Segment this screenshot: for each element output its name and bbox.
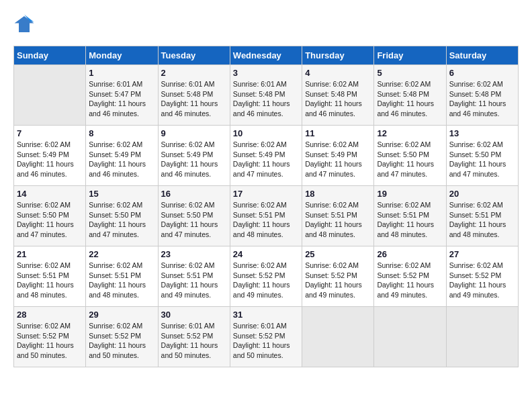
calendar-cell: 14Sunrise: 6:02 AM Sunset: 5:50 PM Dayli… bbox=[14, 186, 86, 246]
day-number: 13 bbox=[449, 128, 515, 138]
cell-info: Sunrise: 6:02 AM Sunset: 5:51 PM Dayligh… bbox=[17, 261, 83, 300]
col-header-friday: Friday bbox=[374, 46, 446, 65]
cell-info: Sunrise: 6:02 AM Sunset: 5:51 PM Dayligh… bbox=[161, 261, 227, 300]
calendar-cell: 15Sunrise: 6:02 AM Sunset: 5:50 PM Dayli… bbox=[86, 186, 158, 246]
calendar-cell: 12Sunrise: 6:02 AM Sunset: 5:50 PM Dayli… bbox=[374, 126, 446, 186]
cell-info: Sunrise: 6:02 AM Sunset: 5:49 PM Dayligh… bbox=[233, 140, 299, 179]
cell-info: Sunrise: 6:01 AM Sunset: 5:48 PM Dayligh… bbox=[233, 79, 299, 119]
calendar-cell: 1Sunrise: 6:01 AM Sunset: 5:47 PM Daylig… bbox=[86, 65, 158, 126]
day-number: 17 bbox=[233, 189, 299, 199]
col-header-sunday: Sunday bbox=[14, 46, 86, 65]
day-number: 21 bbox=[17, 249, 83, 259]
calendar-cell bbox=[302, 307, 374, 367]
day-number: 10 bbox=[233, 128, 299, 138]
col-header-saturday: Saturday bbox=[446, 46, 518, 65]
day-number: 28 bbox=[17, 310, 83, 320]
calendar-cell: 23Sunrise: 6:02 AM Sunset: 5:51 PM Dayli… bbox=[158, 246, 230, 307]
calendar-cell: 2Sunrise: 6:01 AM Sunset: 5:48 PM Daylig… bbox=[158, 65, 230, 126]
day-number: 29 bbox=[89, 310, 154, 320]
cell-info: Sunrise: 6:02 AM Sunset: 5:52 PM Dayligh… bbox=[17, 321, 83, 361]
calendar-cell bbox=[374, 307, 446, 367]
cell-info: Sunrise: 6:02 AM Sunset: 5:51 PM Dayligh… bbox=[305, 200, 371, 240]
day-number: 5 bbox=[377, 68, 443, 78]
cell-info: Sunrise: 6:01 AM Sunset: 5:52 PM Dayligh… bbox=[161, 321, 227, 361]
day-number: 20 bbox=[449, 189, 515, 199]
calendar-cell: 26Sunrise: 6:02 AM Sunset: 5:52 PM Dayli… bbox=[374, 246, 446, 307]
calendar-cell: 9Sunrise: 6:02 AM Sunset: 5:49 PM Daylig… bbox=[158, 126, 230, 186]
day-number: 19 bbox=[377, 189, 443, 199]
day-number: 31 bbox=[233, 310, 299, 320]
calendar-week-row: 7Sunrise: 6:02 AM Sunset: 5:49 PM Daylig… bbox=[14, 126, 519, 186]
cell-info: Sunrise: 6:02 AM Sunset: 5:49 PM Dayligh… bbox=[89, 140, 154, 179]
day-number: 16 bbox=[161, 189, 227, 199]
svg-marker-0 bbox=[15, 16, 34, 32]
col-header-monday: Monday bbox=[86, 46, 158, 65]
cell-info: Sunrise: 6:02 AM Sunset: 5:49 PM Dayligh… bbox=[305, 140, 371, 179]
calendar-cell: 20Sunrise: 6:02 AM Sunset: 5:51 PM Dayli… bbox=[446, 186, 518, 246]
day-number: 8 bbox=[89, 128, 154, 138]
day-number: 24 bbox=[233, 249, 299, 259]
calendar-cell: 5Sunrise: 6:02 AM Sunset: 5:48 PM Daylig… bbox=[374, 65, 446, 126]
cell-info: Sunrise: 6:02 AM Sunset: 5:51 PM Dayligh… bbox=[233, 200, 299, 240]
calendar-table: SundayMondayTuesdayWednesdayThursdayFrid… bbox=[13, 46, 519, 367]
calendar-week-row: 21Sunrise: 6:02 AM Sunset: 5:51 PM Dayli… bbox=[14, 246, 519, 307]
day-number: 3 bbox=[233, 68, 299, 78]
calendar-cell: 27Sunrise: 6:02 AM Sunset: 5:52 PM Dayli… bbox=[446, 246, 518, 307]
day-number: 25 bbox=[305, 249, 371, 259]
cell-info: Sunrise: 6:01 AM Sunset: 5:47 PM Dayligh… bbox=[89, 79, 154, 119]
calendar-cell: 7Sunrise: 6:02 AM Sunset: 5:49 PM Daylig… bbox=[14, 126, 86, 186]
calendar-cell: 16Sunrise: 6:02 AM Sunset: 5:50 PM Dayli… bbox=[158, 186, 230, 246]
day-number: 14 bbox=[17, 189, 83, 199]
calendar-cell: 28Sunrise: 6:02 AM Sunset: 5:52 PM Dayli… bbox=[14, 307, 86, 367]
cell-info: Sunrise: 6:02 AM Sunset: 5:52 PM Dayligh… bbox=[89, 321, 154, 361]
day-number: 27 bbox=[449, 249, 515, 259]
cell-info: Sunrise: 6:02 AM Sunset: 5:51 PM Dayligh… bbox=[377, 200, 443, 240]
calendar-cell: 21Sunrise: 6:02 AM Sunset: 5:51 PM Dayli… bbox=[14, 246, 86, 307]
calendar-cell: 6Sunrise: 6:02 AM Sunset: 5:48 PM Daylig… bbox=[446, 65, 518, 126]
cell-info: Sunrise: 6:02 AM Sunset: 5:52 PM Dayligh… bbox=[449, 261, 515, 300]
calendar-cell: 19Sunrise: 6:02 AM Sunset: 5:51 PM Dayli… bbox=[374, 186, 446, 246]
cell-info: Sunrise: 6:02 AM Sunset: 5:50 PM Dayligh… bbox=[161, 200, 227, 240]
cell-info: Sunrise: 6:02 AM Sunset: 5:51 PM Dayligh… bbox=[89, 261, 154, 300]
calendar-cell: 25Sunrise: 6:02 AM Sunset: 5:52 PM Dayli… bbox=[302, 246, 374, 307]
logo bbox=[13, 13, 38, 35]
calendar-cell bbox=[14, 65, 86, 126]
day-number: 12 bbox=[377, 128, 443, 138]
logo-icon bbox=[13, 13, 35, 35]
day-number: 6 bbox=[449, 68, 515, 78]
day-number: 22 bbox=[89, 249, 154, 259]
col-header-wednesday: Wednesday bbox=[230, 46, 302, 65]
day-number: 1 bbox=[89, 68, 154, 78]
page-header bbox=[13, 13, 519, 35]
calendar-cell: 18Sunrise: 6:02 AM Sunset: 5:51 PM Dayli… bbox=[302, 186, 374, 246]
calendar-header-row: SundayMondayTuesdayWednesdayThursdayFrid… bbox=[14, 46, 519, 65]
cell-info: Sunrise: 6:02 AM Sunset: 5:49 PM Dayligh… bbox=[17, 140, 83, 179]
day-number: 11 bbox=[305, 128, 371, 138]
calendar-cell: 13Sunrise: 6:02 AM Sunset: 5:50 PM Dayli… bbox=[446, 126, 518, 186]
cell-info: Sunrise: 6:02 AM Sunset: 5:48 PM Dayligh… bbox=[449, 79, 515, 119]
calendar-cell: 30Sunrise: 6:01 AM Sunset: 5:52 PM Dayli… bbox=[158, 307, 230, 367]
cell-info: Sunrise: 6:02 AM Sunset: 5:48 PM Dayligh… bbox=[377, 79, 443, 119]
day-number: 23 bbox=[161, 249, 227, 259]
calendar-cell bbox=[446, 307, 518, 367]
calendar-cell: 24Sunrise: 6:02 AM Sunset: 5:52 PM Dayli… bbox=[230, 246, 302, 307]
calendar-cell: 3Sunrise: 6:01 AM Sunset: 5:48 PM Daylig… bbox=[230, 65, 302, 126]
calendar-cell: 4Sunrise: 6:02 AM Sunset: 5:48 PM Daylig… bbox=[302, 65, 374, 126]
calendar-cell: 10Sunrise: 6:02 AM Sunset: 5:49 PM Dayli… bbox=[230, 126, 302, 186]
calendar-cell: 8Sunrise: 6:02 AM Sunset: 5:49 PM Daylig… bbox=[86, 126, 158, 186]
cell-info: Sunrise: 6:02 AM Sunset: 5:50 PM Dayligh… bbox=[89, 200, 154, 240]
day-number: 2 bbox=[161, 68, 227, 78]
col-header-thursday: Thursday bbox=[302, 46, 374, 65]
calendar-cell: 22Sunrise: 6:02 AM Sunset: 5:51 PM Dayli… bbox=[86, 246, 158, 307]
cell-info: Sunrise: 6:02 AM Sunset: 5:50 PM Dayligh… bbox=[449, 140, 515, 179]
day-number: 9 bbox=[161, 128, 227, 138]
cell-info: Sunrise: 6:02 AM Sunset: 5:49 PM Dayligh… bbox=[161, 140, 227, 179]
calendar-cell: 29Sunrise: 6:02 AM Sunset: 5:52 PM Dayli… bbox=[86, 307, 158, 367]
calendar-cell: 17Sunrise: 6:02 AM Sunset: 5:51 PM Dayli… bbox=[230, 186, 302, 246]
cell-info: Sunrise: 6:01 AM Sunset: 5:52 PM Dayligh… bbox=[233, 321, 299, 361]
day-number: 4 bbox=[305, 68, 371, 78]
cell-info: Sunrise: 6:02 AM Sunset: 5:51 PM Dayligh… bbox=[449, 200, 515, 240]
cell-info: Sunrise: 6:02 AM Sunset: 5:52 PM Dayligh… bbox=[305, 261, 371, 300]
cell-info: Sunrise: 6:02 AM Sunset: 5:48 PM Dayligh… bbox=[305, 79, 371, 119]
cell-info: Sunrise: 6:02 AM Sunset: 5:50 PM Dayligh… bbox=[377, 140, 443, 179]
